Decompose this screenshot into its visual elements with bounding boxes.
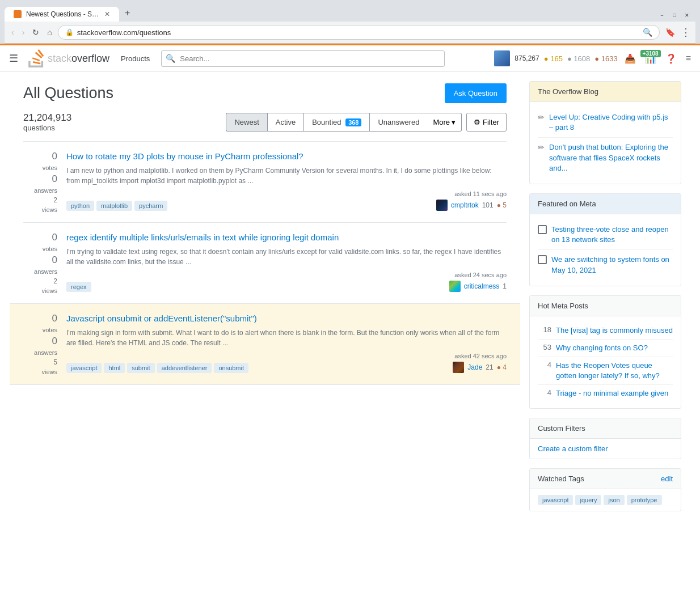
- user-name[interactable]: criticalmess: [464, 282, 500, 290]
- chevron-down-icon: ▾: [452, 118, 456, 126]
- address-bar[interactable]: 🔒 stackoverflow.com/questions 🔍: [58, 25, 660, 40]
- tag[interactable]: submit: [127, 363, 154, 373]
- blog-post-title[interactable]: Level Up: Creative Coding with p5.js – p…: [549, 112, 673, 133]
- gear-icon: ⚙: [474, 118, 480, 126]
- meta-icon: [538, 255, 547, 264]
- community-button[interactable]: ≡: [684, 51, 693, 66]
- question-meta: asked 11 secs ago cmpltrtok 101 ● 5: [436, 190, 507, 211]
- question-tags: python matplotlib pycharm: [66, 201, 167, 211]
- user-name[interactable]: Jade: [467, 363, 482, 371]
- bookmark-button[interactable]: 🔖: [663, 26, 677, 39]
- browser-tab[interactable]: Newest Questions - Stack Ove... ✕: [5, 7, 119, 22]
- watched-tags-header: Watched Tags edit: [530, 469, 681, 489]
- meta-post-title[interactable]: Testing three-vote close and reopen on 1…: [551, 224, 673, 245]
- pencil-icon: ✏: [538, 113, 545, 122]
- tag[interactable]: regex: [66, 282, 91, 292]
- back-button[interactable]: ‹: [9, 26, 16, 39]
- pencil-icon: ✏: [538, 143, 545, 152]
- hot-count: 4: [538, 388, 551, 397]
- main-container: All Questions Ask Question 21,204,913 qu…: [10, 72, 690, 529]
- hot-post-title[interactable]: Has the Reopen Votes queue gotten longer…: [556, 361, 673, 381]
- tag[interactable]: matplotlib: [96, 201, 132, 211]
- views-label: views: [41, 206, 57, 213]
- user-info: Jade 21 ● 4: [453, 362, 507, 373]
- tab-close-button[interactable]: ✕: [104, 10, 110, 18]
- hot-count: 4: [538, 361, 551, 369]
- tags-and-meta: python matplotlib pycharm asked 11 secs …: [66, 190, 507, 211]
- tag[interactable]: html: [104, 363, 125, 373]
- question-body: How to rotate my 3D plots by mouse in Py…: [66, 151, 507, 213]
- home-button[interactable]: ⌂: [45, 26, 54, 39]
- watched-tag[interactable]: jquery: [575, 495, 601, 505]
- browser-controls-bar: ‹ › ↻ ⌂ 🔒 stackoverflow.com/questions 🔍 …: [5, 22, 695, 44]
- watched-tag[interactable]: json: [604, 495, 624, 505]
- view-count: 2: [53, 277, 57, 285]
- stats-filter-bar: 21,204,913 questions Newest Active Bount…: [23, 112, 507, 132]
- hamburger-menu-button[interactable]: ☰: [7, 50, 20, 67]
- achievements-button[interactable]: 📊 +3108: [643, 51, 659, 66]
- gold-badge: ● 165: [544, 54, 563, 63]
- inbox-button[interactable]: 📥: [622, 51, 638, 66]
- url-text: stackoverflow.com/questions: [77, 28, 639, 37]
- answers-label: answers: [34, 268, 57, 275]
- asked-time: asked 24 secs ago: [454, 272, 507, 278]
- blog-post-item: ✏ Level Up: Creative Coding with p5.js –…: [538, 108, 673, 138]
- question-tags: regex: [66, 282, 91, 292]
- votes-label: votes: [43, 327, 57, 333]
- products-nav-button[interactable]: Products: [116, 52, 154, 65]
- hot-count: 53: [538, 343, 551, 351]
- window-close-button[interactable]: ✕: [683, 11, 691, 19]
- tag[interactable]: onsubmit: [214, 363, 248, 373]
- browser-menu-button[interactable]: ⋮: [681, 26, 691, 39]
- blog-post-title[interactable]: Don't push that button: Exploring the so…: [549, 142, 673, 173]
- hot-post-title[interactable]: The [visa] tag is commonly misused: [556, 325, 673, 336]
- tag[interactable]: python: [66, 201, 94, 211]
- window-minimize-button[interactable]: −: [658, 11, 666, 19]
- filter-button[interactable]: ⚙ Filter: [466, 113, 507, 132]
- tag[interactable]: pycharm: [134, 201, 167, 211]
- hot-post-title[interactable]: Why changing fonts on SO?: [556, 343, 648, 353]
- watched-tag[interactable]: prototype: [627, 495, 662, 505]
- tab-active[interactable]: Active: [267, 113, 303, 132]
- question-title[interactable]: regex identify multiple links/urls/email…: [66, 232, 507, 243]
- watched-tags-widget: Watched Tags edit javascript jquery json…: [529, 468, 681, 511]
- help-button[interactable]: ❓: [663, 51, 679, 66]
- tab-unanswered[interactable]: Unanswered: [369, 113, 427, 132]
- tab-newest[interactable]: Newest: [226, 113, 267, 132]
- user-avatar[interactable]: [494, 50, 510, 66]
- create-filter-link[interactable]: Create a custom filter: [538, 444, 608, 453]
- hot-count: 18: [538, 325, 551, 334]
- search-input[interactable]: [161, 50, 445, 67]
- watched-tag[interactable]: javascript: [538, 495, 573, 505]
- new-tab-button[interactable]: +: [119, 5, 136, 22]
- tag[interactable]: addeventlistener: [157, 363, 212, 373]
- view-count: 5: [53, 358, 57, 366]
- reload-button[interactable]: ↻: [30, 26, 41, 39]
- edit-watched-tags-link[interactable]: edit: [661, 474, 673, 483]
- window-maximize-button[interactable]: □: [671, 11, 678, 19]
- hot-post-title[interactable]: Triage - no minimal example given: [556, 388, 668, 399]
- page-title: All Questions: [23, 84, 113, 102]
- so-logo[interactable]: stackoverflow: [27, 49, 109, 67]
- question-title[interactable]: Javascript onsubmit or addEventListener(…: [66, 313, 507, 324]
- more-dropdown-button[interactable]: More ▾: [427, 113, 462, 132]
- question-item: 0 votes 0 answers 2 views regex ident: [23, 222, 507, 303]
- tab-bountied[interactable]: Bountied 368: [303, 113, 369, 132]
- tag[interactable]: javascript: [66, 363, 102, 373]
- answer-count: 0: [52, 173, 57, 184]
- custom-filters-header: Custom Filters: [530, 418, 681, 439]
- question-body: regex identify multiple links/urls/email…: [66, 232, 507, 294]
- forward-button[interactable]: ›: [20, 26, 27, 39]
- votes-label: votes: [43, 245, 57, 252]
- user-name[interactable]: cmpltrtok: [451, 201, 479, 209]
- vote-count: 0: [52, 313, 57, 324]
- question-item: 0 votes 0 answers 5 views Javascript: [10, 303, 520, 385]
- question-title[interactable]: How to rotate my 3D plots by mouse in Py…: [66, 151, 507, 162]
- sidebar: The Overflow Blog ✏ Level Up: Creative C…: [520, 72, 690, 529]
- meta-post-title[interactable]: We are switching to system fonts on May …: [551, 255, 673, 275]
- search-icon: 🔍: [166, 54, 175, 63]
- ask-question-button[interactable]: Ask Question: [445, 83, 507, 103]
- hot-meta-header: Hot Meta Posts: [530, 296, 681, 316]
- question-tags: javascript html submit addeventlistener …: [66, 363, 248, 373]
- question-body: Javascript onsubmit or addEventListener(…: [66, 313, 507, 375]
